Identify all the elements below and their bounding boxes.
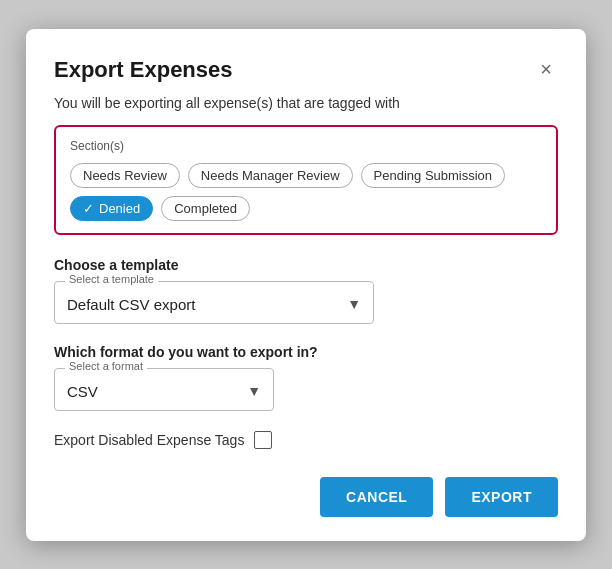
template-select-display[interactable]: Default CSV export ▼ <box>55 282 373 323</box>
tag-needs-review[interactable]: Needs Review <box>70 163 180 188</box>
template-field-group: Choose a template Select a template Defa… <box>54 257 558 324</box>
tag-needs-manager-review-label: Needs Manager Review <box>201 168 340 183</box>
tag-pending-submission[interactable]: Pending Submission <box>361 163 506 188</box>
tags-row: Needs Review Needs Manager Review Pendin… <box>70 163 542 221</box>
format-float-label: Select a format <box>65 360 147 372</box>
tag-completed[interactable]: Completed <box>161 196 250 221</box>
template-select-wrapper[interactable]: Select a template Default CSV export ▼ <box>54 281 374 324</box>
export-button[interactable]: EXPORT <box>445 477 558 517</box>
sections-label: Section(s) <box>70 139 542 153</box>
format-select-wrapper[interactable]: Select a format CSV ▼ <box>54 368 274 411</box>
format-select-display[interactable]: CSV ▼ <box>55 369 273 410</box>
cancel-button[interactable]: CANCEL <box>320 477 433 517</box>
chevron-down-icon-format: ▼ <box>247 383 261 399</box>
checkbox-label: Export Disabled Expense Tags <box>54 432 244 448</box>
export-disabled-tags-checkbox[interactable] <box>254 431 272 449</box>
tag-denied[interactable]: ✓ Denied <box>70 196 153 221</box>
tag-needs-review-label: Needs Review <box>83 168 167 183</box>
check-icon: ✓ <box>83 201 94 216</box>
tag-completed-label: Completed <box>174 201 237 216</box>
format-heading: Which format do you want to export in? <box>54 344 558 360</box>
footer-buttons: CANCEL EXPORT <box>54 477 558 517</box>
format-field-group: Which format do you want to export in? S… <box>54 344 558 411</box>
close-button[interactable]: × <box>534 57 558 81</box>
template-heading: Choose a template <box>54 257 558 273</box>
export-expenses-modal: Export Expenses × You will be exporting … <box>26 29 586 541</box>
modal-title: Export Expenses <box>54 57 233 83</box>
checkbox-row: Export Disabled Expense Tags <box>54 431 558 449</box>
format-select-value: CSV <box>67 383 98 400</box>
subtitle-text: You will be exporting all expense(s) tha… <box>54 95 558 111</box>
tag-pending-submission-label: Pending Submission <box>374 168 493 183</box>
tag-needs-manager-review[interactable]: Needs Manager Review <box>188 163 353 188</box>
tag-denied-label: Denied <box>99 201 140 216</box>
template-float-label: Select a template <box>65 273 158 285</box>
modal-header: Export Expenses × <box>54 57 558 83</box>
sections-box: Section(s) Needs Review Needs Manager Re… <box>54 125 558 235</box>
template-select-value: Default CSV export <box>67 296 195 313</box>
chevron-down-icon: ▼ <box>347 296 361 312</box>
